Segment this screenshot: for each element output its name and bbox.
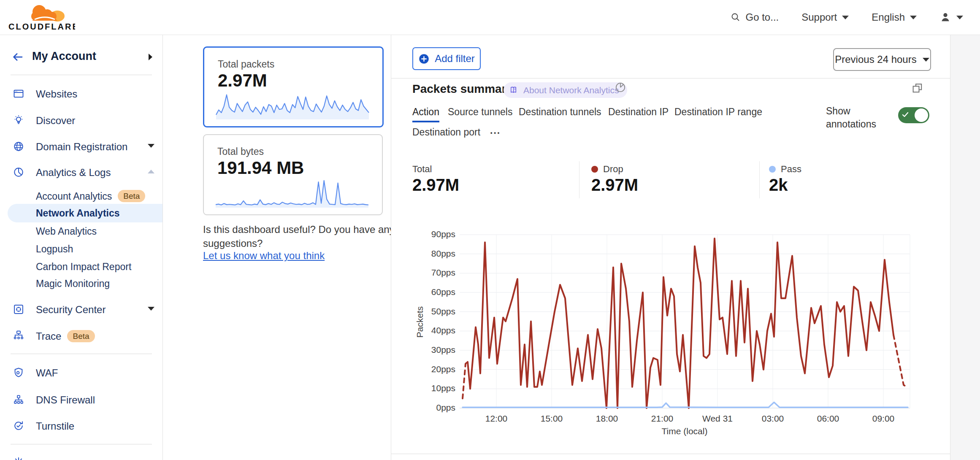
tab-action[interactable]: Action <box>412 106 439 118</box>
language-label: English <box>872 11 905 23</box>
stat-drop-label: Drop <box>591 164 623 175</box>
sidebar-item-label: Turnstile <box>36 420 74 432</box>
tab-destination-ip[interactable]: Destination IP <box>608 106 669 118</box>
x-axis-title: Time (local) <box>662 426 708 436</box>
sidebar-item-waf[interactable]: WAF <box>0 363 162 382</box>
total-bytes-card[interactable]: Total bytes 191.94 MB <box>203 134 383 215</box>
total-packets-card[interactable]: Total packets 2.97M <box>203 46 384 127</box>
sidebar-item-partial[interactable] <box>0 455 162 460</box>
sidebar-item-label: Analytics & Logs <box>36 167 111 179</box>
sidebar-item-websites[interactable]: Websites <box>0 84 162 103</box>
cloudflare-logo[interactable]: CLOUDFLARE <box>8 3 75 32</box>
search-icon <box>731 12 741 22</box>
sidebar-item-label: Domain Registration <box>36 141 127 153</box>
add-filter-label: Add filter <box>435 53 475 65</box>
x-tick-label: 15:00 <box>541 414 563 424</box>
about-network-analytics-badge[interactable]: About Network Analytics <box>504 82 627 98</box>
divider <box>759 161 760 198</box>
divider <box>11 444 152 444</box>
lightbulb-icon <box>13 114 24 126</box>
y-tick-label: 10pps <box>409 383 455 393</box>
sidebar-item-account-analytics[interactable]: Account AnalyticsBeta <box>0 186 162 205</box>
sidebar-item-dns-firewall[interactable]: DNS Firewall <box>0 390 162 409</box>
y-tick-label: 0pps <box>409 403 455 413</box>
sidebar-item-magic-monitoring[interactable]: Magic Monitoring <box>0 274 162 293</box>
sidebar-item-discover[interactable]: Discover <box>0 111 162 130</box>
show-annotations-label: Show annotations <box>826 105 885 131</box>
tab-destination-port[interactable]: Destination port <box>412 127 480 138</box>
plus-circle-icon <box>418 53 430 65</box>
y-tick-label: 80pps <box>409 249 455 259</box>
tab-destination-tunnels[interactable]: Destination tunnels <box>519 106 601 118</box>
sidebar-item-label: Logpush <box>36 244 73 255</box>
expand-icon[interactable] <box>911 82 924 95</box>
feedback-link[interactable]: Let us know what you think <box>203 250 325 262</box>
packets-time-series-plot[interactable] <box>460 234 911 409</box>
more-tabs-button[interactable]: ... <box>490 125 501 136</box>
card-top-border <box>391 78 950 78</box>
sidebar-item-trace[interactable]: TraceBeta <box>0 326 162 345</box>
feedback-text: Is this dashboard useful? Do you have an… <box>203 222 397 250</box>
y-tick-label: 90pps <box>409 229 455 239</box>
sidebar-item-carbon-impact-report[interactable]: Carbon Impact Report <box>0 257 162 276</box>
top-header: CLOUDFLARE Go to... Support English <box>0 0 980 35</box>
card-title: Total bytes <box>217 146 264 157</box>
sidebar-item-label: Network Analytics <box>36 208 120 219</box>
about-badge-label: About Network Analytics <box>523 85 619 95</box>
right-gutter <box>950 35 980 460</box>
card-value: 191.94 MB <box>217 158 304 178</box>
divider <box>11 75 152 75</box>
account-title: My Account <box>32 50 96 63</box>
x-tick-label: Wed 31 <box>702 414 733 424</box>
beta-badge: Beta <box>118 190 145 202</box>
show-annotations-toggle[interactable] <box>898 107 929 123</box>
tab-source-tunnels[interactable]: Source tunnels <box>448 106 512 118</box>
back-to-account-row[interactable]: My Account <box>0 48 162 66</box>
back-arrow-icon[interactable] <box>11 51 24 63</box>
pie-filter-icon[interactable] <box>614 81 627 94</box>
sidebar-item-label: WAF <box>36 367 58 379</box>
chevron-down-icon <box>842 16 849 19</box>
support-label: Support <box>801 11 837 23</box>
sidebar-item-label: Web Analytics <box>36 226 97 237</box>
x-tick-label: 12:00 <box>485 414 508 424</box>
y-tick-label: 40pps <box>409 325 455 336</box>
sidebar-item-label: Security Center <box>36 304 106 316</box>
sidebar-item-logpush[interactable]: Logpush <box>0 240 162 258</box>
svg-text:CLOUDFLARE: CLOUDFLARE <box>8 22 75 31</box>
language-menu[interactable]: English <box>872 11 917 23</box>
book-icon <box>509 85 519 95</box>
sidebar-item-security-center[interactable]: Security Center <box>0 300 162 319</box>
x-tick-label: 09:00 <box>872 414 895 424</box>
shield-gear-icon <box>13 367 24 379</box>
browser-icon <box>13 88 24 100</box>
time-range-dropdown[interactable]: Previous 24 hours <box>833 48 931 71</box>
main-content: Add filter Previous 24 hours Packets sum… <box>391 35 950 460</box>
time-range-value: Previous 24 hours <box>835 54 916 65</box>
x-tick-label: 18:00 <box>596 414 618 424</box>
toggle-knob <box>915 108 928 122</box>
beta-badge: Beta <box>67 330 95 342</box>
x-tick-label: 21:00 <box>651 414 674 424</box>
refresh-check-icon <box>13 420 24 432</box>
sidebar-item-analytics-logs[interactable]: Analytics & Logs <box>0 163 162 181</box>
add-filter-button[interactable]: Add filter <box>412 47 481 70</box>
tab-destination-ip-range[interactable]: Destination IP range <box>674 106 762 118</box>
sidebar-item-web-analytics[interactable]: Web Analytics <box>0 222 162 241</box>
pass-dot <box>769 166 776 173</box>
chevron-down-icon <box>910 16 917 19</box>
card-title: Total packets <box>218 59 274 70</box>
user-menu[interactable] <box>939 11 963 23</box>
y-tick-label: 60pps <box>409 287 455 297</box>
goto-label: Go to... <box>746 11 779 23</box>
stat-drop-value: 2.97M <box>591 176 638 195</box>
support-menu[interactable]: Support <box>801 11 849 23</box>
divider <box>11 354 152 354</box>
sidebar-item-label: Trace <box>36 330 61 342</box>
goto-search[interactable]: Go to... <box>731 11 779 23</box>
card-bottom-border <box>391 454 950 454</box>
sidebar-item-network-analytics[interactable]: Network Analytics <box>0 204 162 222</box>
globe-icon <box>13 141 24 152</box>
sidebar-item-turnstile[interactable]: Turnstile <box>0 417 162 435</box>
sidebar-item-domain-registration[interactable]: Domain Registration <box>0 137 162 156</box>
